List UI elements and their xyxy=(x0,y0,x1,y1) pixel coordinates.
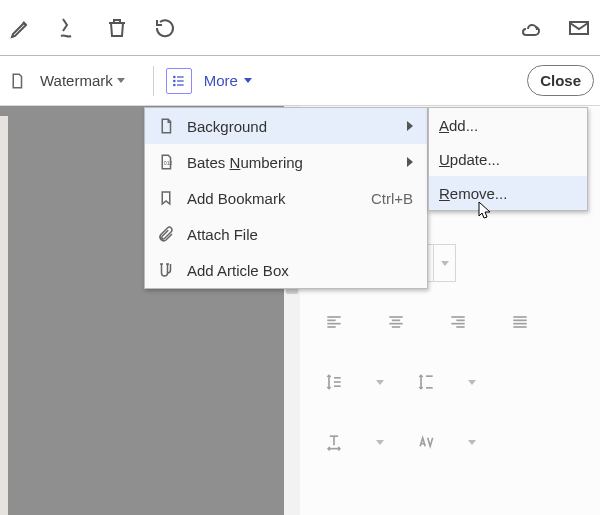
align-left-icon[interactable] xyxy=(314,302,354,342)
svg-text:012: 012 xyxy=(164,160,173,166)
menu-item-shortcut: Ctrl+B xyxy=(371,190,413,207)
chevron-down-icon xyxy=(117,78,125,83)
bookmark-icon xyxy=(155,187,177,209)
line-spacing-icon[interactable] xyxy=(314,362,354,402)
signature-icon[interactable] xyxy=(54,13,84,43)
svg-point-2 xyxy=(173,80,174,81)
menu-item-label: Attach File xyxy=(187,226,413,243)
chevron-down-icon xyxy=(441,261,449,266)
chevron-down-icon[interactable] xyxy=(376,380,384,385)
horizontal-scale-icon[interactable] xyxy=(314,422,354,462)
submenu-item-update[interactable]: Update... xyxy=(429,142,587,176)
menu-item-add-bookmark[interactable]: Add BookmarkCtrl+B xyxy=(145,180,427,216)
svg-point-1 xyxy=(173,76,174,77)
paragraph-spacing-icon[interactable] xyxy=(406,362,446,402)
chevron-right-icon xyxy=(407,121,413,131)
menu-item-label: Bates Numbering xyxy=(187,154,377,171)
sub-toolbar: Watermark More Close xyxy=(0,56,600,106)
submenu-item-add[interactable]: Add... xyxy=(429,108,587,142)
rotate-icon[interactable] xyxy=(150,13,180,43)
align-right-icon[interactable] xyxy=(438,302,478,342)
page-icon[interactable] xyxy=(6,70,28,92)
close-label: Close xyxy=(540,72,581,89)
article-icon xyxy=(155,259,177,281)
trash-icon[interactable] xyxy=(102,13,132,43)
menu-item-label: Background xyxy=(187,118,377,135)
chevron-down-icon xyxy=(244,78,252,83)
menu-item-add-article-box[interactable]: Add Article Box xyxy=(145,252,427,288)
menu-item-bates-numbering[interactable]: 012Bates Numbering xyxy=(145,144,427,180)
more-dropdown[interactable]: More xyxy=(198,68,258,93)
pencil-icon[interactable] xyxy=(6,13,36,43)
menu-item-label: Remove... xyxy=(439,185,573,202)
menu-item-label: Add Bookmark xyxy=(187,190,341,207)
background-submenu: Add...Update...Remove... xyxy=(428,107,588,211)
align-justify-icon[interactable] xyxy=(500,302,540,342)
chevron-down-icon[interactable] xyxy=(468,380,476,385)
close-button[interactable]: Close xyxy=(527,65,594,96)
chevron-right-icon xyxy=(407,157,413,167)
submenu-item-remove[interactable]: Remove... xyxy=(429,176,587,210)
chevron-down-icon[interactable] xyxy=(376,440,384,445)
envelope-icon[interactable] xyxy=(564,13,594,43)
list-view-icon[interactable] xyxy=(166,68,192,94)
watermark-label: Watermark xyxy=(40,72,113,89)
top-toolbar xyxy=(0,0,600,56)
more-label: More xyxy=(204,72,238,89)
menu-item-background[interactable]: Background xyxy=(145,108,427,144)
more-menu: Background012Bates NumberingAdd Bookmark… xyxy=(144,107,428,289)
divider xyxy=(153,66,154,96)
attach-icon xyxy=(155,223,177,245)
bates-icon: 012 xyxy=(155,151,177,173)
page-icon xyxy=(155,115,177,137)
chevron-down-icon[interactable] xyxy=(468,440,476,445)
watermark-dropdown[interactable]: Watermark xyxy=(34,68,131,93)
menu-item-label: Add... xyxy=(439,117,573,134)
link-cloud-icon[interactable] xyxy=(516,13,546,43)
document-page xyxy=(0,116,8,515)
align-center-icon[interactable] xyxy=(376,302,416,342)
svg-point-3 xyxy=(173,84,174,85)
menu-item-attach-file[interactable]: Attach File xyxy=(145,216,427,252)
character-spacing-icon[interactable] xyxy=(406,422,446,462)
menu-item-label: Add Article Box xyxy=(187,262,413,279)
menu-item-label: Update... xyxy=(439,151,573,168)
